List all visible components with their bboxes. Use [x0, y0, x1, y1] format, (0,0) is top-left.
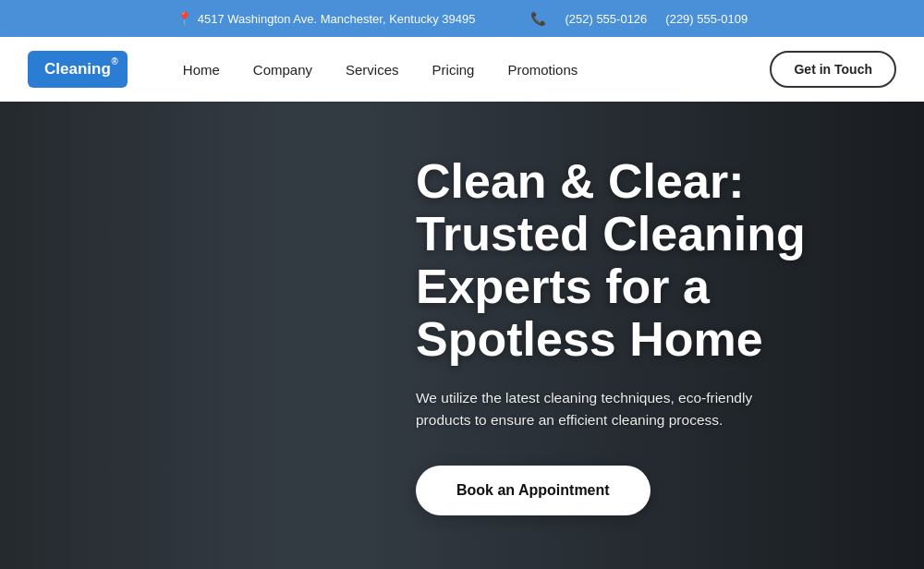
hero-section: Clean & Clear: Trusted Cleaning Experts … [0, 102, 924, 569]
nav-home[interactable]: Home [183, 62, 220, 78]
nav-services[interactable]: Services [346, 62, 399, 78]
phones-container: (252) 555-0126 (229) 555-0109 [530, 11, 748, 26]
hero-content: Clean & Clear: Trusted Cleaning Experts … [388, 102, 924, 569]
top-bar: 4517 Washington Ave. Manchester, Kentuck… [0, 0, 924, 37]
phone1[interactable]: (252) 555-0126 [565, 12, 647, 26]
hero-title: Clean & Clear: Trusted Cleaning Experts … [416, 155, 869, 367]
address-text: 4517 Washington Ave. Manchester, Kentuck… [198, 12, 476, 26]
logo[interactable]: Cleaning® [28, 51, 128, 88]
nav-pricing[interactable]: Pricing [432, 62, 475, 78]
book-appointment-button[interactable]: Book an Appointment [416, 466, 650, 515]
logo-superscript: ® [111, 56, 117, 67]
get-in-touch-button[interactable]: Get in Touch [770, 51, 896, 88]
location-icon [176, 11, 192, 26]
navbar: Cleaning® Home Company Services Pricing … [0, 37, 924, 102]
nav-promotions[interactable]: Promotions [507, 62, 578, 78]
logo-text: Cleaning [44, 60, 111, 78]
address-item: 4517 Washington Ave. Manchester, Kentuck… [176, 11, 476, 26]
nav-links: Home Company Services Pricing Promotions [183, 62, 771, 78]
hero-subtitle: We utilize the latest cleaning technique… [416, 387, 767, 433]
phone-icon [530, 11, 546, 26]
phone2[interactable]: (229) 555-0109 [665, 12, 748, 26]
nav-company[interactable]: Company [253, 62, 312, 78]
